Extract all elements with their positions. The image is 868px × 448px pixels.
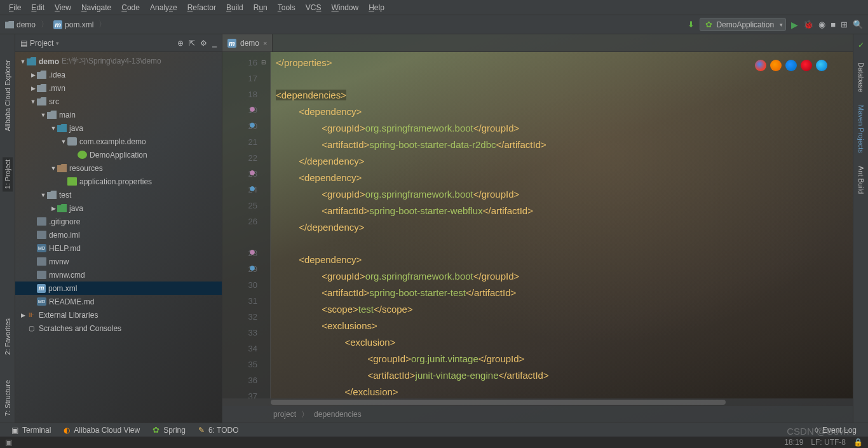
firefox-icon[interactable] bbox=[770, 60, 782, 71]
maven-icon: m bbox=[53, 20, 62, 29]
breadcrumb-project: demo bbox=[17, 20, 36, 29]
menu-bar: File Edit View Navigate Code Analyze Ref… bbox=[0, 0, 868, 15]
close-tab-icon[interactable]: × bbox=[263, 39, 267, 47]
file-icon bbox=[37, 271, 46, 279]
tree-pom[interactable]: mpom.xml bbox=[15, 282, 222, 295]
navigation-bar: demo 〉 m pom.xml 〉 ⬇ ✿ DemoApplication ▶… bbox=[0, 15, 868, 34]
editor-tabs: m demo × bbox=[222, 34, 853, 52]
tree-main[interactable]: ▼main bbox=[15, 108, 222, 121]
package-icon bbox=[67, 137, 77, 146]
tree-help[interactable]: MDHELP.md bbox=[15, 241, 222, 255]
tree-idea[interactable]: ▶.idea bbox=[15, 68, 222, 81]
debug-button[interactable]: 🐞 bbox=[803, 20, 813, 29]
run-config-name: DemoApplication bbox=[716, 20, 774, 29]
search-everywhere-icon[interactable]: 🔍 bbox=[853, 20, 863, 29]
folder-icon bbox=[37, 97, 46, 105]
run-button[interactable]: ▶ bbox=[791, 20, 798, 30]
menu-help[interactable]: Help bbox=[363, 3, 390, 12]
menu-edit[interactable]: Edit bbox=[26, 3, 50, 12]
tool-database[interactable]: Database bbox=[857, 62, 865, 92]
horizontal-scrollbar[interactable] bbox=[222, 398, 853, 406]
tree-mvn[interactable]: ▶.mvn bbox=[15, 81, 222, 95]
test-folder-icon bbox=[57, 204, 67, 212]
tool-maven[interactable]: Maven Projects bbox=[857, 105, 865, 153]
chrome-icon[interactable] bbox=[755, 60, 766, 71]
scroll-source-icon[interactable]: ⊕ bbox=[177, 39, 184, 48]
menu-code[interactable]: Code bbox=[116, 3, 145, 12]
spring-icon bbox=[78, 151, 87, 159]
hide-icon[interactable]: ⎯ bbox=[212, 39, 217, 48]
tree-readme[interactable]: MDREADME.md bbox=[15, 295, 222, 308]
editor-tab[interactable]: m demo × bbox=[222, 34, 273, 51]
editor-breadcrumb[interactable]: project〉dependencies bbox=[222, 406, 853, 423]
tree-test-java[interactable]: ▶java bbox=[15, 201, 222, 215]
tab-label: demo bbox=[240, 39, 259, 48]
tree-app-class[interactable]: DemoApplication bbox=[15, 148, 222, 161]
tree-resources[interactable]: ▼resources bbox=[15, 161, 222, 175]
tool-structure[interactable]: 7: Structure bbox=[4, 380, 11, 416]
coverage-icon[interactable]: ◉ bbox=[818, 20, 825, 29]
tree-properties[interactable]: application.properties bbox=[15, 175, 222, 188]
menu-window[interactable]: Window bbox=[326, 3, 363, 12]
collapse-icon[interactable]: ⇱ bbox=[189, 39, 195, 48]
tool-terminal[interactable]: ▣Terminal bbox=[5, 426, 57, 435]
edge-icon[interactable] bbox=[816, 60, 827, 71]
menu-navigate[interactable]: Navigate bbox=[76, 3, 116, 12]
tree-root[interactable]: ▼demoE:\学习\Spring\day4-13\demo bbox=[15, 55, 222, 68]
menu-run[interactable]: Run bbox=[248, 3, 273, 12]
panel-title: Project bbox=[30, 39, 53, 48]
menu-analyze[interactable]: Analyze bbox=[145, 3, 182, 12]
md-icon: MD bbox=[37, 297, 46, 306]
tool-favorites[interactable]: 2: Favorites bbox=[4, 318, 11, 355]
tree-gitignore[interactable]: .gitignore bbox=[15, 215, 222, 228]
settings-icon[interactable]: ⚙ bbox=[200, 39, 207, 48]
tool-todo[interactable]: ✎6: TODO bbox=[192, 426, 245, 435]
tool-spring[interactable]: ✿Spring bbox=[146, 425, 192, 435]
tree-package[interactable]: ▼com.example.demo bbox=[15, 135, 222, 148]
panel-icon: ▤ bbox=[20, 39, 27, 48]
todo-icon: ✎ bbox=[198, 426, 205, 435]
tree-external-libs[interactable]: ▶⊪External Libraries bbox=[15, 308, 222, 322]
tree-scratches[interactable]: ▢Scratches and Consoles bbox=[15, 322, 222, 335]
build-icon[interactable]: ⬇ bbox=[688, 20, 695, 29]
lock-icon[interactable]: 🔒 bbox=[853, 438, 863, 447]
folder-icon bbox=[27, 57, 36, 65]
safari-icon[interactable] bbox=[785, 60, 797, 71]
tool-cloud-view[interactable]: ◐Alibaba Cloud View bbox=[57, 426, 146, 435]
cursor-position[interactable]: 18:19 bbox=[784, 438, 803, 447]
tool-project[interactable]: 1: Project bbox=[3, 157, 13, 191]
line-gutter[interactable]: 16⊟ 17 18 19 20 21 22 23 24 25 26 28 29 … bbox=[222, 52, 271, 398]
left-tool-strip: Alibaba Cloud Explorer 1: Project 2: Fav… bbox=[0, 34, 15, 423]
menu-refactor[interactable]: Refactor bbox=[182, 3, 221, 12]
tool-alibaba-cloud[interactable]: Alibaba Cloud Explorer bbox=[4, 60, 11, 132]
menu-view[interactable]: View bbox=[50, 3, 76, 12]
tree-mvnwcmd[interactable]: mvnw.cmd bbox=[15, 268, 222, 282]
project-structure-icon[interactable]: ⊞ bbox=[841, 20, 848, 29]
menu-vcs[interactable]: VCS bbox=[301, 3, 327, 12]
folder-icon bbox=[5, 21, 14, 29]
windows-icon[interactable]: ▣ bbox=[5, 438, 12, 447]
folder-icon bbox=[47, 191, 57, 199]
code-content[interactable]: </properties> <dependencies> <dependency… bbox=[271, 52, 853, 398]
opera-icon[interactable] bbox=[801, 60, 812, 71]
terminal-icon: ▣ bbox=[11, 426, 18, 435]
tree-java[interactable]: ▼java bbox=[15, 121, 222, 135]
cloud-icon: ◐ bbox=[64, 426, 70, 435]
encoding[interactable]: LF: UTF-8 bbox=[811, 438, 846, 447]
run-config-selector[interactable]: ✿ DemoApplication bbox=[700, 18, 786, 31]
src-folder-icon bbox=[57, 124, 67, 132]
breadcrumb-file: pom.xml bbox=[65, 20, 93, 29]
tool-ant[interactable]: Ant Build bbox=[857, 166, 865, 194]
maven-icon: m bbox=[227, 39, 236, 48]
stop-button[interactable]: ■ bbox=[831, 20, 836, 29]
panel-dropdown[interactable]: ▾ bbox=[56, 40, 59, 46]
tree-iml[interactable]: demo.iml bbox=[15, 228, 222, 241]
menu-file[interactable]: File bbox=[4, 3, 26, 12]
breadcrumb[interactable]: demo 〉 m pom.xml 〉 bbox=[5, 19, 109, 30]
menu-build[interactable]: Build bbox=[221, 3, 248, 12]
tree-src[interactable]: ▼src bbox=[15, 95, 222, 108]
tool-buttons-bar: ▣Terminal ◐Alibaba Cloud View ✿Spring ✎6… bbox=[0, 423, 868, 437]
tree-test[interactable]: ▼test bbox=[15, 188, 222, 201]
tree-mvnw[interactable]: mvnw bbox=[15, 255, 222, 268]
menu-tools[interactable]: Tools bbox=[273, 3, 301, 12]
